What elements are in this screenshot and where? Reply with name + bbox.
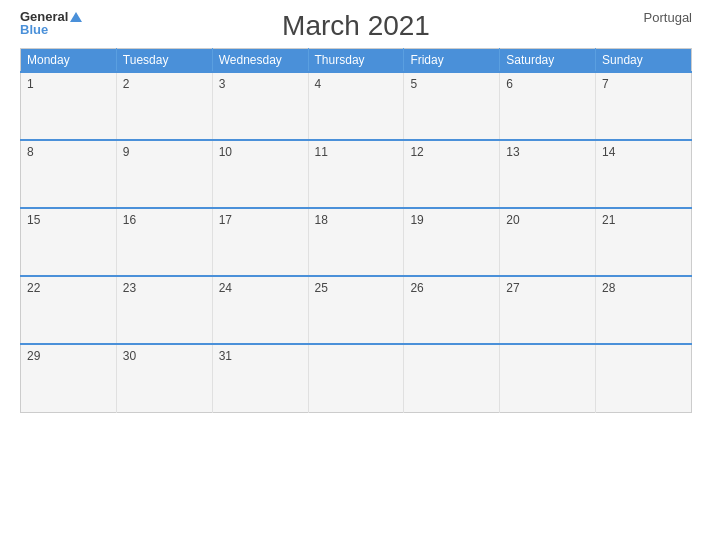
calendar-cell: 15 (21, 208, 117, 276)
calendar-cell: 27 (500, 276, 596, 344)
calendar-cell: 13 (500, 140, 596, 208)
calendar-cell: 1 (21, 72, 117, 140)
logo-triangle-icon (70, 12, 82, 22)
calendar-cell: 18 (308, 208, 404, 276)
calendar-header: General Blue March 2021 Portugal (20, 10, 692, 42)
calendar-cell: 28 (596, 276, 692, 344)
calendar-cell (308, 344, 404, 412)
calendar-body: 1234567891011121314151617181920212223242… (21, 72, 692, 412)
logo-blue-text: Blue (20, 23, 48, 36)
calendar-cell: 12 (404, 140, 500, 208)
calendar-cell: 21 (596, 208, 692, 276)
calendar-cell (500, 344, 596, 412)
logo: General Blue (20, 10, 82, 36)
calendar-title: March 2021 (282, 10, 430, 42)
calendar-cell: 8 (21, 140, 117, 208)
col-saturday: Saturday (500, 49, 596, 73)
calendar-cell: 4 (308, 72, 404, 140)
calendar-cell: 16 (116, 208, 212, 276)
calendar-cell: 23 (116, 276, 212, 344)
country-label: Portugal (644, 10, 692, 25)
calendar-cell: 2 (116, 72, 212, 140)
calendar-cell (596, 344, 692, 412)
calendar-cell: 14 (596, 140, 692, 208)
col-sunday: Sunday (596, 49, 692, 73)
calendar-table: Monday Tuesday Wednesday Thursday Friday… (20, 48, 692, 413)
calendar-cell: 17 (212, 208, 308, 276)
calendar-cell: 24 (212, 276, 308, 344)
calendar-cell: 9 (116, 140, 212, 208)
col-tuesday: Tuesday (116, 49, 212, 73)
col-monday: Monday (21, 49, 117, 73)
calendar-cell: 6 (500, 72, 596, 140)
calendar-cell: 3 (212, 72, 308, 140)
calendar-cell (404, 344, 500, 412)
calendar-cell: 19 (404, 208, 500, 276)
col-wednesday: Wednesday (212, 49, 308, 73)
calendar-cell: 29 (21, 344, 117, 412)
calendar-cell: 20 (500, 208, 596, 276)
calendar-cell: 26 (404, 276, 500, 344)
calendar-cell: 5 (404, 72, 500, 140)
col-thursday: Thursday (308, 49, 404, 73)
calendar-cell: 25 (308, 276, 404, 344)
calendar-cell: 31 (212, 344, 308, 412)
calendar-cell: 7 (596, 72, 692, 140)
calendar-cell: 30 (116, 344, 212, 412)
calendar-cell: 11 (308, 140, 404, 208)
calendar-cell: 10 (212, 140, 308, 208)
calendar-header-row: Monday Tuesday Wednesday Thursday Friday… (21, 49, 692, 73)
calendar-cell: 22 (21, 276, 117, 344)
col-friday: Friday (404, 49, 500, 73)
